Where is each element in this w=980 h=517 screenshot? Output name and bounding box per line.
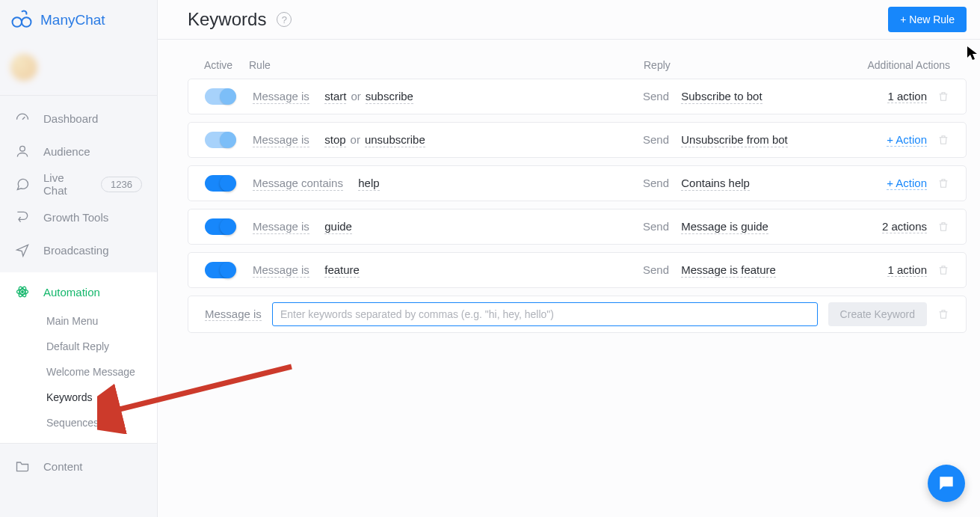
manychat-logo-icon bbox=[10, 9, 33, 31]
col-header-active: Active bbox=[204, 59, 249, 71]
livechat-badge: 1236 bbox=[101, 177, 142, 192]
action-count[interactable]: 2 actions bbox=[882, 220, 927, 233]
action-count[interactable]: 1 action bbox=[887, 263, 927, 277]
account-row[interactable] bbox=[0, 40, 157, 96]
rule-row[interactable]: Message is stop or unsubscribe Send Unsu… bbox=[188, 122, 967, 158]
sidebar-item-audience[interactable]: Audience bbox=[0, 135, 157, 168]
reply-name[interactable]: Subscribe to bot bbox=[681, 90, 762, 104]
rule-keyword[interactable]: subscribe bbox=[366, 90, 413, 104]
send-label: Send bbox=[643, 177, 669, 189]
rule-condition[interactable]: Message is bbox=[253, 263, 309, 278]
rule-keyword[interactable]: start bbox=[324, 90, 346, 104]
send-label: Send bbox=[643, 220, 669, 233]
trash-icon[interactable] bbox=[937, 90, 949, 103]
page-title: Keywords bbox=[188, 9, 266, 30]
trash-icon[interactable] bbox=[937, 263, 949, 277]
send-label: Send bbox=[643, 133, 669, 146]
sidebar-item-label: Dashboard bbox=[43, 112, 98, 125]
sidebar-item-livechat[interactable]: Live Chat 1236 bbox=[0, 168, 157, 201]
reply-cell: Send Contains help bbox=[643, 177, 852, 191]
svg-point-1 bbox=[22, 17, 31, 27]
trash-icon[interactable] bbox=[937, 177, 949, 190]
trash-icon[interactable] bbox=[937, 308, 949, 321]
trash-icon[interactable] bbox=[937, 220, 949, 233]
svg-point-0 bbox=[13, 17, 22, 27]
chat-bubble-icon bbox=[937, 474, 956, 493]
subnav-keywords[interactable]: Keywords bbox=[0, 385, 157, 410]
sidebar-item-label: Live Chat bbox=[43, 171, 87, 197]
sidebar-item-label: Automation bbox=[43, 286, 100, 299]
rule-keyword[interactable]: unsubscribe bbox=[365, 133, 425, 147]
create-condition-label[interactable]: Message is bbox=[205, 308, 262, 321]
actions-cell: 1 action bbox=[852, 90, 949, 103]
rule-keyword[interactable]: stop bbox=[324, 133, 345, 147]
rule-condition[interactable]: Message contains bbox=[253, 177, 343, 191]
new-rule-button[interactable]: + New Rule bbox=[888, 7, 967, 32]
secondary-nav: Content bbox=[0, 443, 157, 489]
sidebar-item-growth[interactable]: Growth Tools bbox=[0, 201, 157, 233]
rule-keyword[interactable]: feature bbox=[324, 263, 360, 278]
main-nav: Dashboard Audience Live Chat 1236 Growth… bbox=[0, 96, 157, 272]
rule-row[interactable]: Message is guide Send Message is guide 2… bbox=[188, 209, 967, 245]
subnav-sequences[interactable]: Sequences bbox=[0, 410, 157, 435]
send-label: Send bbox=[643, 90, 669, 103]
sidebar-item-label: Broadcasting bbox=[43, 244, 109, 257]
rule-toggle[interactable] bbox=[205, 262, 235, 278]
rule-condition[interactable]: Message is bbox=[253, 90, 309, 104]
rule-row[interactable]: Message contains help Send Contains help… bbox=[188, 165, 967, 201]
subnav-welcome-message[interactable]: Welcome Message bbox=[0, 359, 157, 385]
subnav-default-reply[interactable]: Default Reply bbox=[0, 334, 157, 359]
rule-row[interactable]: Message is feature Send Message is featu… bbox=[188, 252, 967, 288]
sidebar-item-label: Content bbox=[43, 460, 83, 473]
rule-keyword[interactable]: guide bbox=[324, 220, 352, 234]
reply-name[interactable]: Unsubscribe from bot bbox=[681, 133, 788, 147]
send-label: Send bbox=[643, 263, 669, 276]
automation-subnav: Automation Main Menu Default Reply Welco… bbox=[0, 272, 157, 443]
sidebar-item-content[interactable]: Content bbox=[0, 450, 157, 483]
rule-toggle[interactable] bbox=[205, 132, 235, 148]
rule-condition[interactable]: Message is bbox=[253, 133, 309, 147]
brand-row[interactable]: ManyChat bbox=[0, 0, 157, 40]
actions-cell: 1 action bbox=[852, 263, 949, 277]
atom-icon bbox=[15, 284, 30, 299]
rule-text: Message is guide bbox=[253, 220, 643, 234]
rule-text: Message contains help bbox=[253, 177, 643, 191]
reply-name[interactable]: Message is feature bbox=[681, 263, 776, 278]
rule-text: Message is feature bbox=[253, 263, 643, 278]
help-icon[interactable]: ? bbox=[277, 12, 292, 27]
rule-row[interactable]: Message is start or subscribe Send Subsc… bbox=[188, 79, 967, 114]
add-action-link[interactable]: + Action bbox=[887, 133, 927, 147]
action-count[interactable]: 1 action bbox=[887, 90, 927, 103]
actions-cell: + Action bbox=[852, 133, 949, 147]
content: Active Rule Reply Additional Actions Mes… bbox=[158, 40, 980, 333]
trash-icon[interactable] bbox=[937, 133, 949, 147]
intercom-chat-button[interactable] bbox=[928, 465, 965, 502]
sidebar-item-broadcasting[interactable]: Broadcasting bbox=[0, 233, 157, 266]
add-action-link[interactable]: + Action bbox=[887, 177, 927, 190]
rule-condition[interactable]: Message is bbox=[253, 220, 309, 234]
return-icon bbox=[15, 209, 30, 224]
reply-cell: Send Message is feature bbox=[643, 263, 852, 278]
actions-cell: 2 actions bbox=[852, 220, 949, 233]
rule-toggle[interactable] bbox=[205, 218, 235, 235]
sidebar-item-automation[interactable]: Automation bbox=[0, 275, 157, 308]
rule-keyword[interactable]: help bbox=[358, 177, 379, 191]
folder-icon bbox=[15, 459, 30, 474]
sidebar-item-dashboard[interactable]: Dashboard bbox=[0, 102, 157, 135]
reply-name[interactable]: Message is guide bbox=[681, 220, 768, 234]
subnav-main-menu[interactable]: Main Menu bbox=[0, 308, 157, 334]
column-headers: Active Rule Reply Additional Actions bbox=[188, 59, 967, 79]
rule-or: or bbox=[351, 133, 360, 146]
reply-name[interactable]: Contains help bbox=[681, 177, 750, 191]
create-keyword-button[interactable]: Create Keyword bbox=[828, 302, 927, 326]
create-keyword-row: Message is Create Keyword bbox=[188, 296, 967, 333]
main: Keywords ? + New Rule Active Rule Reply … bbox=[158, 0, 980, 517]
send-icon bbox=[15, 242, 30, 257]
brand-text: ManyChat bbox=[40, 12, 105, 28]
svg-point-6 bbox=[22, 291, 24, 293]
keywords-input[interactable] bbox=[272, 302, 818, 326]
rule-toggle[interactable] bbox=[205, 175, 235, 192]
actions-cell: + Action bbox=[852, 177, 949, 190]
rule-toggle[interactable] bbox=[205, 88, 235, 105]
reply-cell: Send Message is guide bbox=[643, 220, 852, 234]
